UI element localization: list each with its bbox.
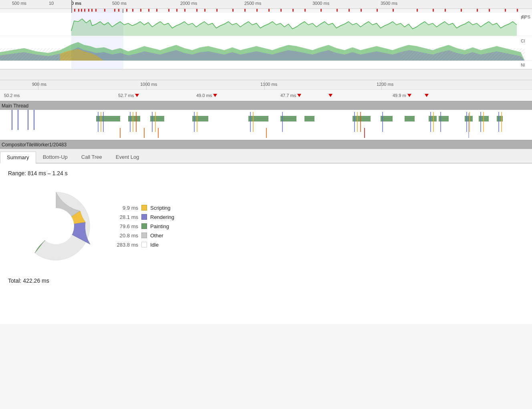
tab-summary[interactable]: Summary [0, 152, 36, 164]
svg-rect-8 [71, 36, 123, 61]
legend-painting: 79.6 ms Painting [112, 223, 174, 229]
red-tick-4 [84, 9, 85, 12]
red-tick-10 [118, 9, 119, 12]
scripting-name: Scripting [150, 205, 171, 211]
red-tick-16 [168, 9, 169, 12]
red-tick-35 [417, 9, 418, 12]
red-tick-21 [216, 9, 218, 12]
other-time: 20.8 ms [112, 233, 138, 239]
fps-chart: FPS [0, 13, 525, 36]
frame-triangle-extra1 [328, 94, 332, 97]
red-tick-9 [114, 9, 115, 12]
red-tick-30 [337, 9, 338, 12]
red-tick-19 [196, 9, 197, 12]
ruler-tick-0ms: 0 ms [71, 1, 81, 6]
red-tick-18 [184, 9, 185, 12]
svg-rect-26 [439, 116, 449, 121]
legend-scripting: 9.9 ms Scripting [112, 205, 174, 211]
tab-call-tree[interactable]: Call Tree [75, 151, 109, 163]
red-tick-31 [349, 9, 350, 12]
red-tick-2 [78, 9, 79, 12]
red-tick-7 [95, 9, 97, 12]
svg-rect-24 [405, 116, 415, 121]
red-tick-24 [256, 9, 258, 12]
painting-time: 79.6 ms [112, 223, 138, 229]
red-tick-29 [320, 9, 322, 12]
red-tick-8 [104, 9, 105, 12]
red-tick-20 [204, 9, 206, 12]
rendering-name: Rendering [150, 214, 174, 220]
red-tick-37 [445, 9, 446, 12]
red-tick-42 [517, 9, 518, 12]
cpu-chart: CPU [0, 36, 525, 61]
net-chart: NET [0, 61, 525, 70]
tab-event-log[interactable]: Event Log [109, 151, 146, 163]
svg-text:FPS: FPS [521, 15, 525, 20]
red-tick-39 [477, 9, 478, 12]
detail-tick-1200ms: 1200 ms [377, 82, 393, 87]
red-tick-3 [81, 9, 82, 12]
ruler-line-1000 [146, 80, 147, 90]
pie-chart-svg [16, 186, 96, 266]
detail-tick-1100ms: 1100 ms [260, 82, 277, 87]
svg-rect-18 [192, 116, 208, 121]
red-tick-22 [232, 9, 234, 12]
idle-name: Idle [150, 242, 159, 248]
red-tick-41 [505, 9, 506, 12]
rendering-swatch [141, 214, 147, 220]
svg-rect-19 [248, 116, 268, 121]
red-tick-12 [132, 9, 133, 12]
svg-rect-22 [353, 116, 371, 121]
main-thread-content [0, 110, 532, 140]
tab-bottom-up[interactable]: Bottom-Up [36, 151, 75, 163]
pie-chart [16, 186, 96, 266]
legend-idle: 283.8 ms Idle [112, 242, 174, 248]
main-thread-header: Main Thread [0, 101, 532, 110]
fps-track: FPS FPS [0, 13, 532, 36]
rendering-time: 28.1 ms [112, 214, 138, 220]
red-markers-row [0, 9, 532, 13]
ruler-tick-3000ms: 3000 ms [312, 1, 329, 6]
red-tick-36 [433, 9, 434, 12]
compositor-thread-header: CompositorTileWorker1/20483 [0, 140, 532, 149]
red-tick-23 [244, 9, 246, 12]
detail-tick-900ms: 900 ms [32, 82, 46, 87]
red-tick-26 [280, 9, 282, 12]
red-tick-6 [91, 9, 93, 12]
ruler-tick-10: 10 [49, 1, 54, 6]
svg-point-62 [38, 208, 74, 244]
detail-tick-1000ms: 1000 ms [140, 82, 157, 87]
scripting-time: 9.9 ms [112, 205, 138, 211]
timeline-detail: 900 ms 1000 ms 1100 ms 1200 ms 50.2 ms 5… [0, 80, 532, 149]
idle-swatch [141, 242, 147, 247]
total-label: Total: 422.26 ms [8, 277, 524, 284]
painting-swatch [141, 223, 147, 229]
red-tick-1 [74, 9, 75, 12]
ruler-line-1100 [264, 80, 265, 90]
frame-time-1: 50.2 ms [4, 93, 20, 98]
frame-time-3: 49.0 ms [196, 93, 217, 98]
red-tick-13 [140, 9, 141, 12]
ruler-tick-2500ms: 2500 ms [244, 1, 261, 6]
detail-time-ruler: 900 ms 1000 ms 1100 ms 1200 ms [0, 80, 532, 90]
painting-name: Painting [150, 223, 169, 229]
svg-rect-6 [0, 48, 71, 61]
svg-rect-7 [401, 48, 525, 61]
red-tick-25 [268, 9, 270, 12]
svg-rect-25 [429, 116, 437, 121]
tabs-bar: Summary Bottom-Up Call Tree Event Log [0, 149, 532, 164]
svg-rect-15 [96, 116, 120, 121]
red-tick-28 [304, 9, 306, 12]
svg-text:CPU: CPU [521, 38, 525, 43]
main-thread-label: Main Thread [2, 103, 28, 109]
ruler-line-900 [38, 80, 38, 90]
summary-panel: Range: 814 ms – 1.24 s [0, 164, 532, 324]
red-tick-33 [377, 9, 378, 12]
pie-section: 9.9 ms Scripting 28.1 ms Rendering 79.6 … [16, 186, 524, 266]
red-tick-38 [461, 9, 462, 12]
top-time-ruler: 500 ms 10 0 ms 500 ms 2000 ms 2500 ms 30… [0, 0, 532, 9]
cpu-track: CPU [0, 36, 532, 61]
ruler-tick-500ms2: 500 ms [112, 1, 127, 6]
idle-time: 283.8 ms [112, 242, 138, 248]
svg-rect-20 [280, 116, 296, 121]
